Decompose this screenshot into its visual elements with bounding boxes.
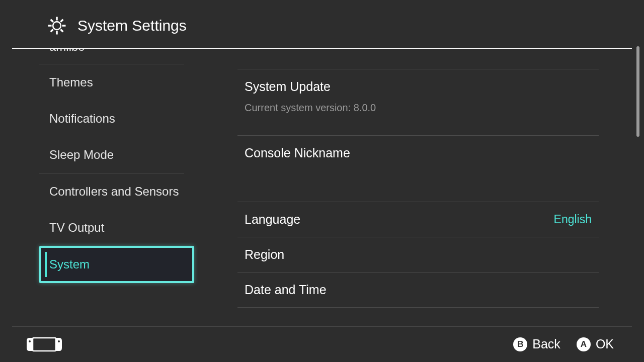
option-console-nickname[interactable]: Console Nickname xyxy=(237,135,599,170)
svg-rect-9 xyxy=(33,338,56,351)
svg-point-11 xyxy=(58,340,60,342)
spacer xyxy=(237,170,599,202)
sidebar-item-themes[interactable]: Themes xyxy=(39,64,194,101)
sidebar-item-amiibo[interactable]: amiibo xyxy=(39,49,194,64)
system-version-text: Current system version: 8.0.0 xyxy=(237,101,599,135)
gear-icon xyxy=(46,15,67,36)
option-label: Console Nickname xyxy=(245,146,350,160)
option-date-time[interactable]: Date and Time xyxy=(237,272,599,308)
svg-line-6 xyxy=(60,29,63,32)
svg-line-5 xyxy=(51,20,53,22)
back-button[interactable]: B Back xyxy=(513,337,560,351)
svg-point-10 xyxy=(29,340,31,342)
option-label: Date and Time xyxy=(245,283,327,297)
option-language[interactable]: Language English xyxy=(237,202,599,237)
svg-line-8 xyxy=(60,20,63,22)
svg-point-0 xyxy=(53,22,61,30)
option-system-update[interactable]: System Update xyxy=(237,69,599,101)
sidebar-item-notifications[interactable]: Notifications xyxy=(39,101,194,137)
sidebar: amiibo Themes Notifications Sleep Mode C… xyxy=(0,49,206,324)
scrollbar[interactable] xyxy=(636,46,639,137)
content: amiibo Themes Notifications Sleep Mode C… xyxy=(0,49,644,324)
button-label: OK xyxy=(596,337,614,351)
sidebar-item-sleep-mode[interactable]: Sleep Mode xyxy=(39,137,194,173)
b-button-icon: B xyxy=(513,337,527,351)
svg-line-7 xyxy=(51,29,53,32)
sidebar-item-system[interactable]: System xyxy=(39,246,194,283)
main-panel: System Update Current system version: 8.… xyxy=(206,49,644,324)
footer-right: B Back A OK xyxy=(513,337,614,351)
header: System Settings xyxy=(12,0,632,49)
footer: B Back A OK xyxy=(12,326,632,362)
sidebar-item-controllers[interactable]: Controllers and Sensors xyxy=(39,173,194,210)
option-label: Region xyxy=(245,247,284,262)
console-icon xyxy=(26,337,62,352)
option-label: Language xyxy=(245,212,300,227)
a-button-icon: A xyxy=(577,337,591,351)
button-label: Back xyxy=(532,337,560,351)
option-region[interactable]: Region xyxy=(237,237,599,272)
sidebar-item-tv-output[interactable]: TV Output xyxy=(39,210,194,246)
ok-button[interactable]: A OK xyxy=(577,337,614,351)
option-label: System Update xyxy=(245,79,592,94)
footer-left xyxy=(26,337,62,352)
option-value: English xyxy=(554,213,592,226)
page-title: System Settings xyxy=(77,17,187,34)
